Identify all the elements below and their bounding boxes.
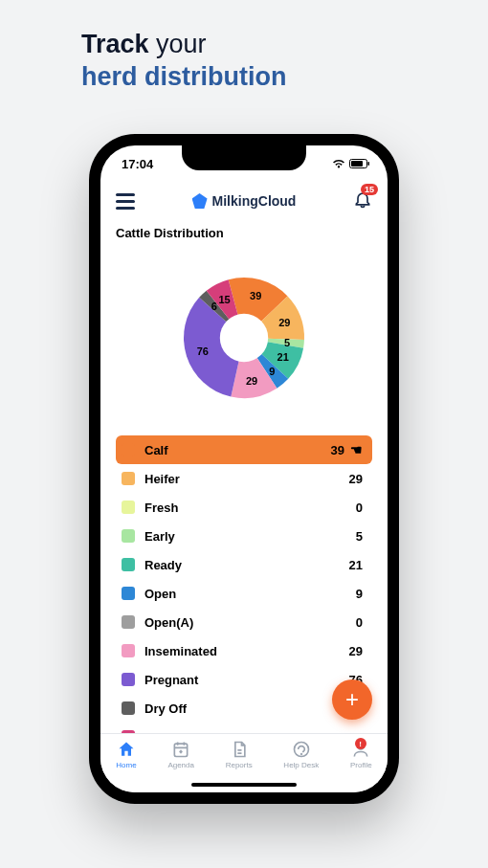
legend-label: Heifer [144, 472, 349, 486]
notifications-button[interactable]: 15 [353, 189, 372, 212]
home-icon [117, 740, 136, 759]
color-swatch [122, 472, 135, 485]
section-title: Cattle Distribution [100, 220, 388, 248]
color-swatch [122, 587, 135, 600]
brand: MilkingCloud [192, 193, 297, 209]
headline-rest: your [149, 30, 207, 58]
nav-label: Reports [226, 761, 253, 769]
add-button[interactable]: + [332, 679, 372, 720]
legend-value: 0 [356, 615, 363, 630]
home-indicator [191, 783, 297, 787]
legend-value: 0 [356, 501, 363, 515]
reports-icon [230, 740, 249, 759]
color-swatch [122, 644, 135, 657]
legend-row[interactable]: Inseminated29 [116, 636, 372, 665]
color-swatch [122, 443, 135, 456]
legend-row[interactable]: Heifer29 [116, 464, 372, 493]
brand-logo-icon [192, 193, 208, 209]
app-header: MilkingCloud 15 [100, 182, 388, 220]
color-swatch [122, 529, 135, 543]
legend-label: Dry Off [144, 701, 356, 716]
brand-name: MilkingCloud [212, 193, 297, 209]
notification-badge: 15 [361, 184, 378, 195]
legend-row[interactable]: Ready21 [116, 550, 372, 579]
color-swatch [122, 615, 135, 629]
status-icons [332, 159, 370, 168]
legend-row[interactable]: Early5 [116, 522, 372, 550]
nav-label: Agenda [167, 761, 194, 769]
nav-label: Help Desk [283, 761, 319, 769]
legend-label: Fresh [144, 501, 356, 515]
color-swatch [122, 501, 135, 514]
legend-value: 29 [349, 472, 363, 486]
legend-row[interactable]: Calf39☚ [116, 435, 372, 464]
color-swatch [122, 673, 135, 686]
legend-row[interactable]: Open9 [116, 579, 372, 608]
color-swatch [122, 701, 135, 715]
legend-row[interactable]: Open(A)0 [116, 608, 372, 636]
legend-label: Open(A) [144, 615, 356, 630]
alert-badge: ! [355, 738, 366, 749]
phone-notch [182, 145, 306, 170]
svg-rect-2 [368, 162, 370, 166]
legend-value: 39 [331, 443, 344, 457]
legend-label: Open [144, 587, 356, 601]
svg-point-5 [300, 754, 301, 755]
marketing-headline: Track your herd distribution [81, 29, 286, 94]
help-desk-icon [292, 740, 311, 759]
legend-label: Early [144, 529, 356, 544]
nav-label: Home [116, 761, 136, 769]
nav-home[interactable]: Home [116, 740, 136, 769]
pointer-icon: ☚ [350, 442, 363, 457]
legend-value: 29 [349, 644, 363, 658]
legend-row[interactable]: Close-Up15 [116, 723, 372, 733]
wifi-icon [332, 159, 345, 168]
legend-row[interactable]: Fresh0 [116, 493, 372, 522]
legend-label: Ready [144, 558, 349, 572]
legend-value: 9 [356, 587, 363, 601]
legend-label: Pregnant [144, 673, 349, 687]
color-swatch [122, 558, 135, 571]
legend-value: 21 [349, 558, 363, 572]
agenda-icon [171, 740, 190, 759]
chart-container: 392952192976615 [100, 248, 388, 435]
legend-label: Calf [144, 443, 331, 457]
legend-value: 5 [356, 529, 363, 544]
headline-accent: herd distribution [81, 62, 286, 91]
battery-icon [349, 159, 370, 168]
nav-reports[interactable]: Reports [226, 740, 253, 769]
menu-button[interactable] [116, 193, 135, 210]
nav-profile[interactable]: Profile! [350, 740, 372, 769]
nav-agenda[interactable]: Agenda [167, 740, 194, 769]
legend-label: Inseminated [144, 644, 349, 658]
donut-chart[interactable]: 392952192976615 [158, 252, 330, 424]
phone-screen: 17:04 MilkingCloud 15 Cattle Distributio… [100, 145, 388, 792]
svg-rect-1 [351, 161, 363, 167]
phone-frame: 17:04 MilkingCloud 15 Cattle Distributio… [89, 134, 399, 804]
status-time: 17:04 [122, 157, 153, 171]
plus-icon: + [345, 686, 359, 713]
nav-label: Profile [350, 761, 372, 769]
nav-help-desk[interactable]: Help Desk [283, 740, 319, 769]
svg-point-3 [220, 314, 268, 362]
headline-bold: Track [81, 30, 149, 58]
